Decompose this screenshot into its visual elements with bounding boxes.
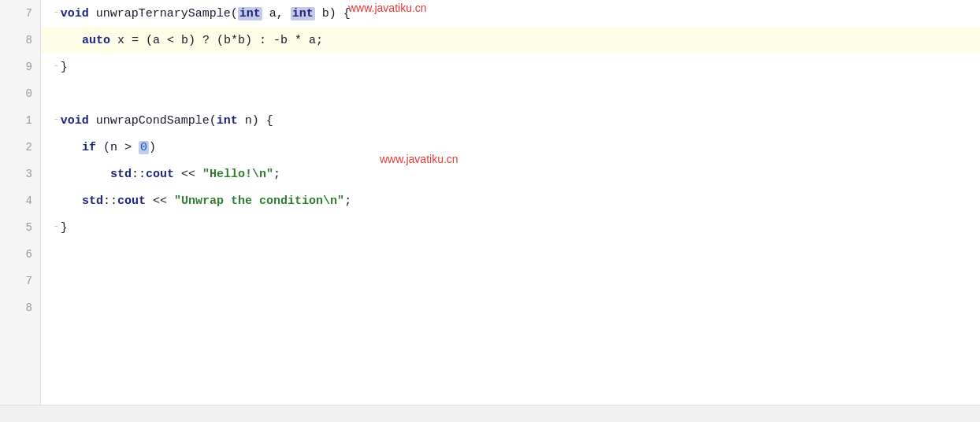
- code-line-17: [41, 268, 980, 294]
- line-num-15: 5: [0, 214, 40, 241]
- watermark-text: www.javatiku.cn: [380, 153, 458, 165]
- code-line-18: [41, 294, 980, 321]
- kw-cout-1: cout: [146, 168, 174, 181]
- line-num-11: 1: [0, 107, 40, 134]
- editor-container: 7 8 9 0 1 2 3 4 5 6 7 8 ⁻void unwrapTern…: [0, 0, 980, 422]
- fold-icon-7: ⁻: [54, 9, 59, 19]
- watermark-overlay: www.javatiku.cn: [380, 153, 458, 167]
- str-hello: "Hello!\n": [202, 168, 273, 181]
- kw-auto: auto: [82, 34, 110, 47]
- line-num-7: 7: [0, 0, 40, 27]
- line-num-8: 8: [0, 27, 40, 54]
- code-line-9: ⁻}: [41, 54, 980, 80]
- line-num-13: 3: [0, 161, 40, 187]
- kw-std-1: std: [110, 168, 132, 181]
- kw-int-2: int: [291, 7, 315, 20]
- line-num-18: 8: [0, 294, 40, 321]
- kw-std-2: std: [82, 194, 103, 208]
- fold-icon-15: ⁻: [54, 223, 59, 233]
- code-content[interactable]: ⁻void unwrapTernarySample(int a, int b) …: [41, 0, 980, 405]
- line-num-16: 6: [0, 241, 40, 268]
- line-num-10: 0: [0, 80, 40, 107]
- kw-void-2: void: [61, 114, 89, 128]
- bottom-bar: [0, 405, 980, 422]
- code-line-7: ⁻void unwrapTernarySample(int a, int b) …: [41, 0, 980, 27]
- code-line-11: ⁻void unwrapCondSample(int n) { www.java…: [41, 107, 980, 134]
- line-numbers: 7 8 9 0 1 2 3 4 5 6 7 8: [0, 0, 41, 405]
- code-line-8: auto x = (a < b) ? (b*b) : -b * a;: [41, 27, 980, 54]
- num-0: 0: [139, 141, 149, 154]
- kw-int-3: int: [217, 114, 238, 128]
- code-line-12: if (n > 0): [41, 134, 980, 161]
- str-unwrap: "Unwrap the condition\n": [174, 194, 344, 208]
- code-line-10: [41, 80, 980, 107]
- code-line-13: std::cout << "Hello!\n";: [41, 161, 980, 187]
- code-line-16: [41, 241, 980, 268]
- kw-void-1: void: [61, 7, 89, 20]
- code-line-14: std::cout << "Unwrap the condition\n";: [41, 187, 980, 214]
- code-line-15: ⁻}: [41, 214, 980, 241]
- watermark: www.javatiku.cn: [348, 2, 427, 14]
- line-num-14: 4: [0, 187, 40, 214]
- kw-cout-2: cout: [117, 194, 146, 208]
- line-num-12: 2: [0, 134, 40, 161]
- code-area: 7 8 9 0 1 2 3 4 5 6 7 8 ⁻void unwrapTern…: [0, 0, 980, 405]
- line-num-9: 9: [0, 54, 40, 80]
- line-num-17: 7: [0, 268, 40, 294]
- kw-if: if: [82, 141, 96, 154]
- fold-icon-9: ⁻: [54, 62, 59, 72]
- kw-int-1: int: [238, 7, 262, 20]
- fold-icon-11: ⁻: [54, 116, 59, 126]
